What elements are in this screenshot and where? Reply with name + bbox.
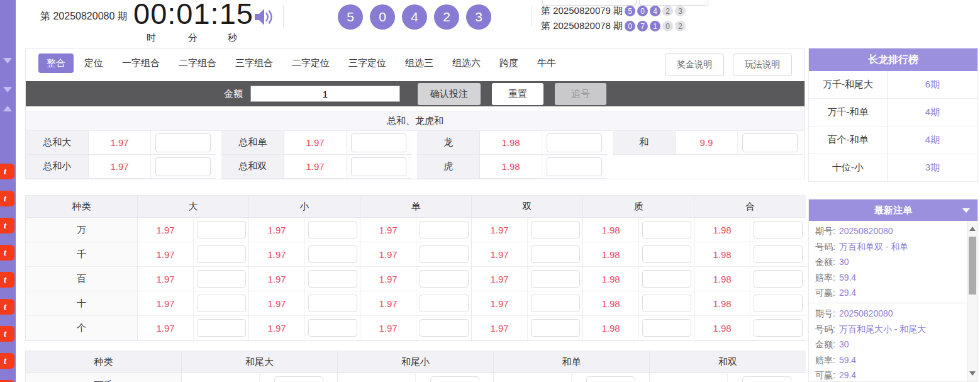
history-ball: 2 xyxy=(675,21,686,31)
dragon-rank-count: 4期 xyxy=(888,126,977,154)
order-field-label: 金额: xyxy=(815,257,835,267)
bet-input[interactable] xyxy=(420,295,469,312)
tab-6[interactable]: 二字定位 xyxy=(292,57,330,69)
odds-input-cell xyxy=(542,131,607,155)
bet-input[interactable] xyxy=(754,319,803,337)
bet-input[interactable] xyxy=(754,245,803,263)
odds-value: 1.98 xyxy=(694,267,750,291)
bet-input[interactable] xyxy=(742,133,798,152)
row-label: 十 xyxy=(26,291,138,316)
bet-input[interactable] xyxy=(547,157,602,176)
bet-input[interactable] xyxy=(754,221,803,239)
chase-number-button[interactable]: 追号 xyxy=(555,83,606,105)
sidebar-badge[interactable]: t xyxy=(0,218,14,233)
lottery-ball: 5 xyxy=(338,4,363,30)
bet-input[interactable] xyxy=(531,270,580,288)
bet-input[interactable] xyxy=(642,319,691,337)
bet-input[interactable] xyxy=(308,270,357,288)
tab-8[interactable]: 组选三 xyxy=(405,57,433,69)
orders-panel-header[interactable]: 最新注单 xyxy=(809,199,977,221)
scrollbar-thumb[interactable] xyxy=(969,237,976,295)
bet-input[interactable] xyxy=(308,221,357,239)
orders-scrollbar[interactable] xyxy=(967,221,977,381)
sidebar-badge[interactable]: t xyxy=(0,299,14,315)
bet-input[interactable] xyxy=(642,245,691,263)
bet-input[interactable] xyxy=(308,319,357,337)
odds-value: 1.97 xyxy=(138,316,194,340)
bet-input[interactable] xyxy=(308,295,357,312)
scroll-down-icon[interactable] xyxy=(969,371,976,376)
dragon-rank-name: 万千-和尾大 xyxy=(809,71,888,98)
bet-input[interactable] xyxy=(531,221,580,239)
tab-2[interactable]: 定位 xyxy=(84,57,103,69)
bet-input[interactable] xyxy=(754,270,803,288)
bet-input[interactable] xyxy=(642,295,691,312)
bet-input[interactable] xyxy=(197,221,246,239)
history-row: 第 20250820078 期07102 xyxy=(541,20,686,33)
tab-10[interactable]: 跨度 xyxy=(499,57,518,69)
tab-4[interactable]: 二字组合 xyxy=(179,57,216,69)
sidebar-badge[interactable]: t xyxy=(0,245,14,261)
bet-input[interactable] xyxy=(430,376,479,382)
bet-input[interactable] xyxy=(531,245,580,263)
odds-input-cell xyxy=(639,267,694,291)
bet-input[interactable] xyxy=(351,133,406,152)
howto-info-button[interactable]: 玩法说明 xyxy=(733,53,792,76)
bet-input[interactable] xyxy=(420,270,469,288)
bet-input[interactable] xyxy=(531,319,580,337)
reset-button[interactable]: 重置 xyxy=(492,83,543,105)
chevron-down-icon[interactable] xyxy=(962,208,970,213)
tab-3[interactable]: 一字组合 xyxy=(122,57,160,69)
bet-input[interactable] xyxy=(351,157,406,176)
odds-input-cell xyxy=(416,316,472,340)
bet-input[interactable] xyxy=(197,245,246,263)
sidebar-badge[interactable]: t xyxy=(0,353,14,369)
arrow-up-icon[interactable] xyxy=(3,106,12,111)
prize-info-button[interactable]: 奖金说明 xyxy=(665,53,724,76)
bet-input[interactable] xyxy=(197,319,246,337)
bet-input[interactable] xyxy=(586,376,635,382)
amount-input[interactable] xyxy=(250,86,400,102)
sidebar-badge[interactable]: t xyxy=(0,164,14,179)
odds-input-cell xyxy=(528,218,583,242)
odds-input-cell xyxy=(416,291,472,316)
bet-input[interactable] xyxy=(742,376,791,382)
confirm-bet-button[interactable]: 确认投注 xyxy=(418,83,481,105)
sum-row: 总和大1.97总和单1.97龙1.98和9.9 xyxy=(26,131,805,155)
scroll-up-icon[interactable] xyxy=(969,227,976,231)
tab-7[interactable]: 三字定位 xyxy=(348,57,386,69)
odds-input-cell xyxy=(750,218,806,242)
bet-input[interactable] xyxy=(420,319,469,337)
tab-1[interactable]: 整合 xyxy=(38,53,74,73)
bet-input[interactable] xyxy=(308,245,357,263)
order-field-value: 30 xyxy=(839,257,849,267)
bet-input[interactable] xyxy=(274,376,323,382)
speaker-icon[interactable] xyxy=(253,7,274,27)
sidebar-badge[interactable]: t xyxy=(0,272,14,288)
tab-9[interactable]: 组选六 xyxy=(452,57,481,69)
sidebar-badge[interactable]: t xyxy=(0,326,14,342)
tab-5[interactable]: 三字组合 xyxy=(235,57,273,69)
bet-input[interactable] xyxy=(155,157,211,176)
sidebar-badge[interactable]: t xyxy=(0,191,14,206)
bet-input[interactable] xyxy=(754,295,803,312)
bet-input[interactable] xyxy=(197,270,246,288)
order-field-value: 29.4 xyxy=(839,288,856,298)
bet-input[interactable] xyxy=(155,133,211,152)
arrow-down-icon[interactable] xyxy=(3,87,12,93)
bet-input[interactable] xyxy=(420,245,469,263)
bet-input[interactable] xyxy=(197,295,246,312)
bet-input[interactable] xyxy=(642,221,691,239)
order-field: 金额:30 xyxy=(815,337,961,352)
bet-input[interactable] xyxy=(547,133,602,152)
tab-11[interactable]: 牛牛 xyxy=(537,57,556,69)
bet-input[interactable] xyxy=(531,295,580,312)
odds-label: 虎 xyxy=(417,155,480,179)
bet-input[interactable] xyxy=(420,221,469,239)
arrow-down-icon[interactable] xyxy=(3,58,12,64)
dragon-rank-row: 百个-和单4期 xyxy=(809,126,977,154)
sum-group: 总和大1.97 xyxy=(26,131,216,155)
history-ball: 0 xyxy=(637,6,648,16)
bet-input[interactable] xyxy=(642,270,691,288)
odds-value: 1.97 xyxy=(472,291,528,316)
